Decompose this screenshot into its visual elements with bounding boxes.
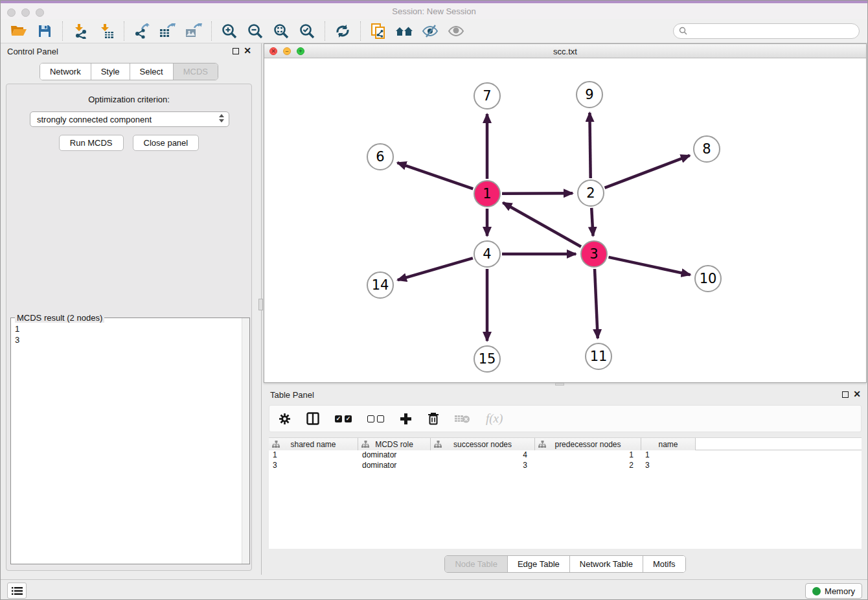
add-column-icon[interactable] (400, 413, 412, 425)
search-input[interactable] (691, 27, 854, 36)
graph-node-6[interactable]: 6 (367, 143, 394, 170)
zoom-fit-icon[interactable] (268, 20, 294, 42)
close-panel-button[interactable]: Close panel (133, 135, 200, 151)
mcds-panel: Optimization criterion: strongly connect… (6, 84, 252, 571)
tab-style[interactable]: Style (91, 63, 130, 80)
graph-node-8[interactable]: 8 (693, 135, 720, 163)
graph-node-1[interactable]: 1 (474, 180, 501, 207)
window-title: Session: New Session (1, 6, 867, 16)
graph-node-15[interactable]: 15 (474, 345, 501, 373)
run-mcds-button[interactable]: Run MCDS (59, 135, 124, 151)
import-network-icon[interactable] (67, 20, 93, 42)
tab-select[interactable]: Select (130, 63, 173, 80)
tab-motifs[interactable]: Motifs (643, 556, 685, 572)
graph-edge-2-3[interactable] (591, 208, 593, 236)
graph-node-2[interactable]: 2 (577, 179, 604, 207)
tab-network[interactable]: Network (40, 63, 91, 80)
memory-label: Memory (825, 586, 855, 596)
column-header-shared-name[interactable]: shared name (269, 438, 358, 450)
split-view-icon[interactable] (306, 412, 319, 425)
table-cell[interactable]: 4 (431, 450, 535, 461)
task-history-icon[interactable] (7, 583, 27, 599)
deselect-all-icon[interactable] (367, 415, 384, 422)
table-cell[interactable]: 2 (535, 461, 641, 471)
zoom-in-icon[interactable] (216, 20, 242, 42)
graph-node-10[interactable]: 10 (694, 265, 722, 292)
float-panel-icon[interactable] (233, 48, 239, 54)
table-cell[interactable]: 1 (641, 450, 696, 461)
network-canvas[interactable]: 7968124314101511 (264, 58, 866, 382)
graph-edge-2-8[interactable] (605, 156, 690, 188)
control-panel: Control Panel ✕ NetworkStyleSelectMCDS O… (1, 43, 257, 575)
clone-network-icon[interactable] (365, 20, 391, 42)
graph-node-11[interactable]: 11 (585, 343, 612, 370)
show-all-icon[interactable] (443, 20, 469, 42)
tab-mcds[interactable]: MCDS (173, 63, 218, 80)
export-image-icon[interactable] (181, 20, 207, 42)
table-cell[interactable]: 1 (535, 450, 641, 461)
mcds-result-text[interactable]: 1 3 (11, 319, 242, 564)
graph-edge-1-2[interactable] (502, 193, 573, 194)
graph-edge-3-11[interactable] (595, 269, 598, 338)
zoom-out-icon[interactable] (242, 20, 268, 42)
tab-node-table[interactable]: Node Table (445, 556, 507, 572)
import-table-icon[interactable] (93, 20, 119, 42)
function-builder-icon[interactable]: f(x) (486, 411, 503, 426)
open-session-icon[interactable] (6, 20, 32, 42)
first-neighbors-icon[interactable] (391, 20, 417, 42)
close-panel-icon[interactable]: ✕ (244, 45, 251, 56)
main-titlebar: Session: New Session (1, 3, 867, 19)
graph-node-9[interactable]: 9 (576, 81, 603, 108)
table-cell[interactable]: dominator (358, 461, 431, 471)
hide-selected-icon[interactable] (417, 20, 443, 42)
network-window-title: scc.txt (264, 47, 866, 56)
apply-layout-icon[interactable] (330, 20, 356, 42)
graph-node-14[interactable]: 14 (367, 271, 394, 299)
table-row[interactable]: 1dominator411 (269, 450, 862, 461)
global-search[interactable] (673, 23, 860, 39)
tab-network-table[interactable]: Network Table (569, 556, 643, 572)
memory-button[interactable]: Memory (805, 583, 862, 599)
column-header-successor-nodes[interactable]: successor nodes (431, 438, 535, 450)
graph-node-3[interactable]: 3 (580, 240, 608, 268)
optimization-criterion-select[interactable]: strongly connected component (30, 111, 229, 127)
column-header-predecessor-nodes[interactable]: predecessor nodes (535, 438, 641, 450)
graph-edge-4-14[interactable] (398, 258, 473, 280)
tab-edge-table[interactable]: Edge Table (507, 556, 569, 572)
result-scrollbar[interactable] (242, 318, 249, 564)
export-table-icon[interactable] (155, 20, 181, 42)
export-network-icon[interactable] (129, 20, 155, 42)
graph-edge-1-6[interactable] (397, 163, 473, 189)
table-settings-icon[interactable] (279, 413, 291, 425)
graph-edge-3-1[interactable] (503, 203, 581, 247)
optimization-criterion-value: strongly connected component (37, 115, 152, 124)
table-cell[interactable]: 1 (269, 450, 358, 461)
table-cell[interactable]: dominator (358, 450, 431, 461)
control-panel-title: Control Panel (7, 47, 58, 56)
save-session-icon[interactable] (32, 20, 58, 42)
status-bar: Memory (1, 579, 867, 600)
delete-table-icon[interactable] (455, 413, 470, 424)
delete-column-icon[interactable] (428, 412, 439, 425)
column-sort-icon (361, 441, 369, 448)
float-table-panel-icon[interactable] (842, 391, 849, 398)
graph-edge-2-9[interactable] (589, 113, 590, 178)
horizontal-splitter-handle[interactable] (555, 383, 564, 386)
column-label: shared name (290, 440, 336, 449)
table-cell[interactable]: 3 (641, 461, 696, 471)
table-cell[interactable]: 3 (431, 461, 535, 471)
close-table-panel-icon[interactable]: ✕ (853, 389, 861, 399)
optimization-criterion-label: Optimization criterion: (6, 95, 251, 104)
select-all-icon[interactable]: ✓✓ (335, 415, 352, 422)
network-view-window: ✕ – + scc.txt 7968124314101511 (264, 43, 867, 383)
column-header-MCDS-role[interactable]: MCDS role (358, 438, 431, 450)
table-cell[interactable]: 3 (269, 461, 358, 471)
column-header-name[interactable]: name (641, 438, 696, 450)
network-window-titlebar[interactable]: ✕ – + scc.txt (264, 44, 866, 58)
splitter-handle[interactable] (258, 299, 263, 310)
graph-node-4[interactable]: 4 (474, 240, 501, 268)
zoom-selected-icon[interactable] (294, 20, 320, 42)
graph-node-7[interactable]: 7 (474, 82, 501, 110)
graph-edge-3-10[interactable] (608, 257, 690, 275)
table-row[interactable]: 3dominator323 (269, 461, 862, 471)
